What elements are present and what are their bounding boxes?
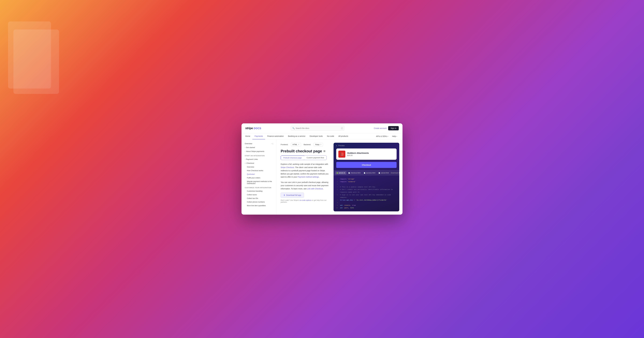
- file-icon: 🟢: [336, 172, 338, 174]
- checkout-button[interactable]: Checkout: [336, 162, 396, 168]
- content-tabs: Prebuilt checkout page Custom payment fl…: [281, 156, 326, 160]
- chevron-up-icon: ▲: [336, 145, 337, 146]
- bookmark-icon: ⊞: [323, 150, 325, 153]
- logo: stripe DOCS: [245, 126, 261, 130]
- sidebar-section-start: START AN INTEGRATION: [242, 153, 276, 157]
- nav-item-banking[interactable]: Banking as a service: [286, 133, 308, 139]
- sidebar-item-payment-links[interactable]: › Payment Links: [242, 157, 276, 161]
- nav-apis-sdks[interactable]: APIs & SDKs ▾: [374, 133, 390, 139]
- preview-panel: ▲ Preview 📕 Stubborn Attachments $20.00 …: [334, 143, 399, 212]
- nav-item-finance[interactable]: Finance automation: [265, 133, 286, 139]
- search-shortcut: /: [341, 127, 343, 130]
- preview-header: ▲ Preview: [334, 143, 399, 148]
- logo-docs: DOCS: [254, 127, 261, 130]
- product-info: Stubborn Attachments $20.00: [347, 152, 394, 156]
- product-name: Stubborn Attachments: [347, 152, 394, 154]
- page-title: Prebuilt checkout page ⊞: [281, 149, 329, 153]
- chevron-down-icon: ⇕: [320, 144, 321, 145]
- code-tab-success-html[interactable]: 📄 success.html: [362, 171, 376, 174]
- sidebar-sub-how-checkout[interactable]: How Checkout works: [242, 169, 276, 172]
- nav-item-nocode[interactable]: No-code: [325, 133, 336, 139]
- sidebar-item-get-started[interactable]: › Get started: [242, 146, 276, 150]
- nav-item-developer[interactable]: Developer tools: [308, 133, 325, 139]
- chevron-down-icon: ⇕: [298, 144, 299, 145]
- download-icon: ⬇: [398, 172, 399, 174]
- code-line: 3: [336, 183, 397, 186]
- tab-prebuilt[interactable]: Prebuilt checkout page: [281, 156, 304, 160]
- code-tab-cancel-html[interactable]: 📄 cancel.html: [377, 171, 390, 174]
- tab-custom[interactable]: Custom payment flow: [304, 156, 326, 160]
- body-paragraph-1: Explore a full, working code sample of a…: [281, 163, 329, 179]
- sidebar-sub-branding[interactable]: Customize branding: [242, 189, 276, 193]
- backend-select[interactable]: Ruby ⇕: [314, 143, 323, 146]
- arrow-icon: ›: [245, 150, 245, 152]
- nav-item-payments[interactable]: Payments: [252, 133, 265, 139]
- header-actions: Create account Sign in: [374, 126, 399, 130]
- checkout-card: 📕 Stubborn Attachments $20.00: [336, 148, 396, 160]
- download-icon: ⬇: [284, 194, 285, 196]
- frontend-select[interactable]: HTML ⇕: [291, 143, 301, 146]
- sidebar: Overview ←| › Get started › About Stripe…: [242, 140, 276, 214]
- code-line: 9 set :static, true: [336, 204, 397, 207]
- sidebar-sub-tax-ids[interactable]: Collect tax IDs: [242, 196, 276, 200]
- sidebar-sub-phone[interactable]: Collect phone numbers: [242, 200, 276, 204]
- create-account-button[interactable]: Create account: [374, 127, 386, 129]
- sidebar-sub-quantities[interactable]: More line item quantities: [242, 204, 276, 207]
- chevron-down-icon: ▾: [396, 136, 397, 137]
- nav-bar: Home Payments Finance automation Banking…: [242, 133, 402, 140]
- no-code-options-link[interactable]: no-code options: [300, 199, 312, 201]
- header: stripe DOCS 🔍 / Create account Sign in: [242, 124, 402, 133]
- code-line: 1 require 'stripe': [336, 178, 397, 180]
- sidebar-sub-quickstart[interactable]: Quickstart: [242, 172, 276, 176]
- search-input[interactable]: [291, 126, 344, 131]
- nav-help[interactable]: Help ▾: [390, 133, 399, 139]
- product-image: 📕: [338, 150, 345, 158]
- code-line: 8: [336, 201, 397, 204]
- code-line: 7 Stripe.api_key = 'sk_test_4eC39HqLyjWD…: [336, 199, 397, 202]
- download-full-app-button[interactable]: ⬇ Download full app: [281, 192, 304, 198]
- link-checkout-link[interactable]: Link with Checkout: [307, 188, 323, 190]
- code-line: 2 require 'sinatra': [336, 180, 397, 183]
- frontend-label: Frontend:: [281, 144, 288, 146]
- lang-selectors: Frontend: HTML ⇕ Backend: Ruby ⇕: [281, 143, 329, 146]
- nav-item-allproducts[interactable]: All products: [336, 133, 350, 139]
- browser-window: stripe DOCS 🔍 / Create account Sign in H…: [242, 124, 402, 214]
- logo-stripe: stripe: [245, 126, 253, 130]
- sidebar-sub-fulfill[interactable]: Fulfill your orders: [242, 176, 276, 180]
- content-area: Overview ←| › Get started › About Stripe…: [242, 140, 402, 214]
- file-icon: 📄: [364, 172, 365, 174]
- file-icon: 📄: [378, 172, 380, 174]
- nav-item-home[interactable]: Home: [245, 133, 252, 139]
- payment-method-link[interactable]: Payment method settings: [298, 176, 319, 178]
- code-tabs: 🟢 server.rb 📄 checkout.html 📄 success.ht…: [334, 170, 399, 176]
- search-bar: 🔍 /: [291, 126, 344, 131]
- arrow-icon: ›: [245, 147, 245, 148]
- sidebar-item-overview[interactable]: Overview ←|: [242, 142, 276, 146]
- arrow-icon: ∨: [245, 162, 246, 164]
- code-line: 10 set :port, 4242: [336, 206, 397, 209]
- sidebar-section-customize: CUSTOMIZE YOUR INTEGRATION: [242, 185, 276, 189]
- signin-button[interactable]: Sign in: [388, 126, 399, 130]
- main-content: Frontend: HTML ⇕ Backend: Ruby ⇕ Prebuil…: [276, 140, 334, 214]
- code-download-button[interactable]: Download ⬇: [391, 172, 399, 174]
- backend-label: Backend:: [304, 144, 311, 146]
- search-icon: 🔍: [292, 127, 295, 129]
- file-icon: 📄: [348, 172, 350, 174]
- code-line: 6 # Sign in to see your own test API key…: [336, 194, 397, 199]
- sidebar-item-checkout[interactable]: ∨ Checkout: [242, 161, 276, 165]
- arrow-icon: ›: [245, 158, 245, 160]
- sidebar-sub-migrate[interactable]: Migrate payment methods to the Dashboard: [242, 180, 276, 185]
- stripe-checkout-link[interactable]: Stripe Checkout: [281, 166, 294, 168]
- body-paragraph-2: You can use Link in your prebuilt checko…: [281, 181, 329, 190]
- product-price: $20.00: [347, 154, 394, 156]
- sidebar-item-about-stripe[interactable]: › About Stripe payments: [242, 150, 276, 153]
- nav-right: APIs & SDKs ▾ Help ▾: [374, 133, 399, 139]
- code-block: 1 require 'stripe' 2 require 'sinatra' 3…: [334, 176, 399, 212]
- no-code-text: Don't code? Use Stripe's no-code options…: [281, 199, 329, 203]
- sidebar-sub-overview[interactable]: Overview: [242, 165, 276, 169]
- code-tab-checkout-html[interactable]: 📄 checkout.html: [347, 171, 362, 174]
- code-line: 4 # This is a public sample test API key…: [336, 186, 397, 188]
- chevron-down-icon: ▾: [388, 136, 388, 137]
- code-tab-server[interactable]: 🟢 server.rb: [335, 171, 346, 174]
- sidebar-sub-taxes[interactable]: Collect taxes: [242, 193, 276, 196]
